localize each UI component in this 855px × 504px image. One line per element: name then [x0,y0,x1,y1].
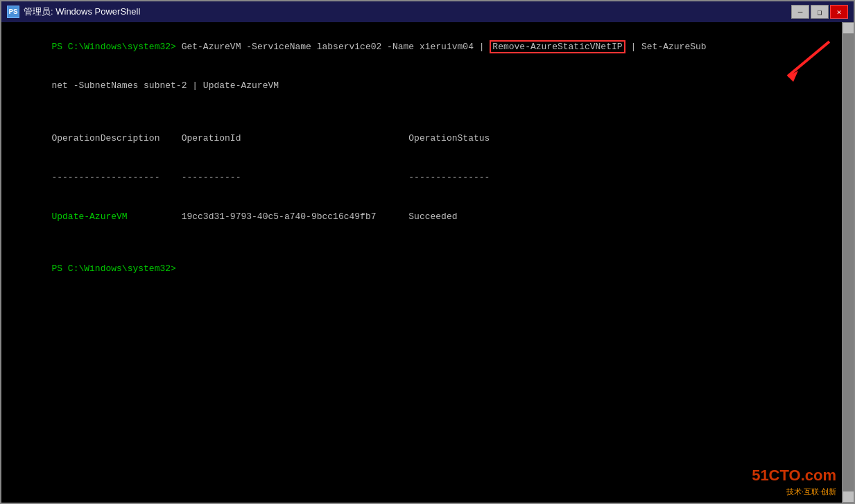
col3-sep: --------------- [408,172,490,182]
scroll-up-button[interactable]: ▲ [843,22,854,34]
prompt-2: PS C:\Windows\system32> [51,263,175,274]
command-line-1: PS C:\Windows\system32> Get-AzureVM -Ser… [8,28,833,67]
table-separators: -------------------- ----------- -------… [8,158,833,198]
minimize-button[interactable]: — [791,5,809,19]
title-bar: PS 管理员: Windows PowerShell — ❑ ✕ [1,1,854,22]
close-button[interactable]: ✕ [830,5,848,19]
col3-header: OperationStatus [408,133,490,144]
blank-1 [8,106,833,119]
watermark: 51CTO.com 技术·互联·创新 [752,465,836,497]
prompt-line-2: PS C:\Windows\system32> [8,250,833,289]
prompt-1: PS C:\Windows\system32> [51,42,175,52]
col2-header: OperationId [182,133,409,144]
title-bar-controls: — ❑ ✕ [791,5,848,19]
col2-val: 19cc3d31-9793-40c5-a740-9bcc16c49fb7 [182,211,409,222]
cmd-part1-end: | Set-AzureSub [625,42,707,52]
col1-sep: -------------------- [51,172,181,182]
cmd-part2: net -SubnetNames subnet-2 | Update-Azure… [51,80,279,91]
watermark-logo: 51CTO.com [752,465,836,487]
col3-val: Succeeded [408,211,457,222]
table-row-1: Update-AzureVM 19cc3d31-9793-40c5-a740-9… [8,198,833,237]
blank-2 [8,237,833,250]
cmd-part1: Get-AzureVM -ServiceName labservice02 -N… [176,42,490,52]
watermark-tagline: 技术·互联·创新 [752,487,836,497]
window-title: 管理员: Windows PowerShell [24,6,140,18]
command-line-2: net -SubnetNames subnet-2 | Update-Azure… [8,67,833,107]
scroll-down-button[interactable]: ▼ [843,491,854,503]
title-bar-left: PS 管理员: Windows PowerShell [7,6,140,18]
col2-sep: ----------- [182,172,409,182]
scrollbar[interactable]: ▲ ▼ [842,22,854,503]
highlighted-command: Remove-AzureStaticVNetIP [490,40,625,53]
col1-header: OperationDescription [51,133,181,144]
window-icon: PS [7,6,19,18]
powershell-window: PS 管理员: Windows PowerShell — ❑ ✕ PS C:\W… [0,0,855,504]
scrollbar-track[interactable] [843,34,854,491]
col1-val: Update-AzureVM [51,211,181,222]
terminal-content: PS C:\Windows\system32> Get-AzureVM -Ser… [8,28,833,289]
table-headers: OperationDescription OperationId Operati… [8,119,833,159]
maximize-button[interactable]: ❑ [811,5,829,19]
terminal-area[interactable]: PS C:\Windows\system32> Get-AzureVM -Ser… [1,22,854,503]
